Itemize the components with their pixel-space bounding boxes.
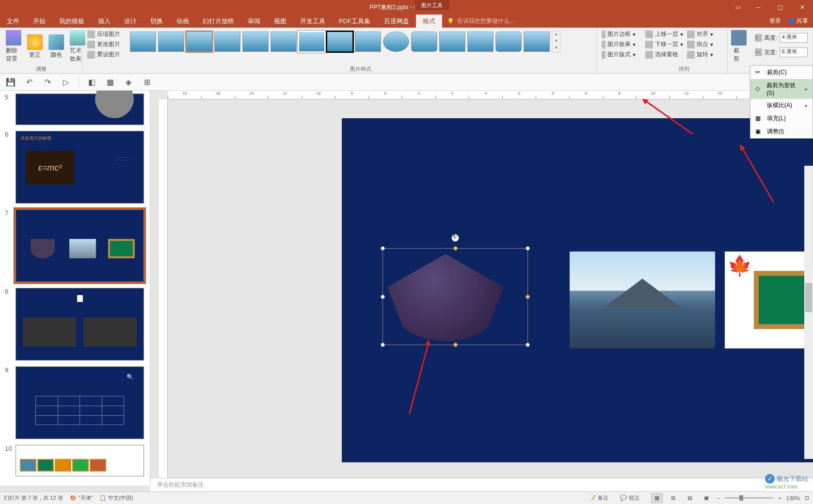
tab-design[interactable]: 设计: [117, 15, 143, 28]
height-field[interactable]: ↕高度: 4 厘米: [753, 32, 810, 44]
resize-handle[interactable]: [453, 343, 458, 347]
remove-background-button[interactable]: 删除背景: [3, 29, 24, 64]
start-from-beginning-button[interactable]: ▷: [60, 76, 72, 88]
compress-pictures-button[interactable]: 压缩图片: [85, 29, 122, 39]
group-button[interactable]: 组合 ▾: [685, 39, 715, 49]
crop-menu-crop[interactable]: ✂裁剪(C): [750, 66, 813, 79]
tab-review[interactable]: 审阅: [241, 15, 267, 28]
comments-toggle-button[interactable]: 💬 批注: [620, 494, 639, 502]
align-button[interactable]: 对齐 ▾: [685, 29, 715, 39]
minimize-button[interactable]: ─: [748, 0, 769, 15]
slideshow-view-button[interactable]: ▣: [701, 493, 712, 503]
maximize-button[interactable]: ▢: [769, 0, 791, 15]
tab-format[interactable]: 格式: [416, 15, 442, 28]
picture-style-4[interactable]: [214, 32, 240, 52]
picture-effects-button[interactable]: 图片效果 ▾: [600, 39, 638, 49]
slide-thumb-9[interactable]: 9 🔍: [0, 363, 150, 442]
tab-developer[interactable]: 开发工具: [293, 15, 332, 28]
redo-button[interactable]: ↷: [42, 76, 53, 88]
normal-view-button[interactable]: ▦: [651, 493, 663, 503]
crop-menu-crop-to-shape[interactable]: ◇裁剪为形状(S)▸: [750, 79, 813, 99]
rotate-handle-icon[interactable]: [451, 234, 459, 242]
slide-thumb-5[interactable]: 5: [0, 91, 150, 128]
picture-style-6[interactable]: [271, 32, 297, 52]
zoom-slider[interactable]: [725, 497, 773, 499]
image-mountain[interactable]: [570, 252, 715, 348]
qat-button-1[interactable]: ◧: [86, 76, 97, 88]
slide-thumb-10[interactable]: 10: [0, 442, 150, 479]
vertical-scrollbar[interactable]: [804, 166, 813, 459]
picture-style-8[interactable]: [327, 32, 353, 52]
ribbon-display-options-icon[interactable]: ▭: [728, 0, 748, 15]
crop-menu-fill[interactable]: ▦填充(L): [750, 112, 813, 125]
slide-thumbnail-panel[interactable]: 5 6 此处照片的标题 ε=mc² · · · · · · · · ·· · ·…: [0, 91, 150, 486]
tab-baidu-netdisk[interactable]: 百度网盘: [377, 15, 416, 28]
resize-handle[interactable]: [381, 295, 385, 299]
undo-button[interactable]: ↶: [23, 76, 35, 88]
tab-my-templates[interactable]: 我的模板: [52, 15, 91, 28]
tab-view[interactable]: 视图: [267, 15, 293, 28]
fit-to-window-button[interactable]: ⊡: [805, 495, 809, 501]
image-chalkboard[interactable]: [725, 252, 813, 348]
zoom-out-button[interactable]: −: [717, 495, 720, 501]
slide-canvas[interactable]: [342, 118, 813, 462]
picture-style-13[interactable]: [467, 32, 494, 52]
resize-handle[interactable]: [526, 343, 530, 347]
picture-styles-gallery[interactable]: ▴▾▾: [128, 29, 593, 54]
bring-forward-button[interactable]: 上移一层 ▾: [643, 29, 685, 39]
notes-pane[interactable]: 单击此处添加备注: [150, 478, 813, 491]
picture-style-11[interactable]: [411, 32, 437, 52]
picture-style-3[interactable]: [186, 32, 212, 52]
crop-menu-fit[interactable]: ▣调整(I): [750, 125, 813, 138]
tab-pdf-tools[interactable]: PDF工具集: [332, 15, 377, 28]
picture-style-5[interactable]: [242, 32, 269, 52]
resize-handle[interactable]: [526, 246, 530, 251]
width-field[interactable]: ↔宽度: 6 厘米: [753, 47, 810, 58]
notes-toggle-button[interactable]: 📝 备注: [589, 494, 608, 502]
zoom-level[interactable]: 130%: [786, 495, 800, 501]
resize-handle[interactable]: [381, 246, 385, 251]
rotate-button[interactable]: 旋转 ▾: [685, 49, 715, 60]
tab-animations[interactable]: 动画: [170, 15, 196, 28]
picture-style-14[interactable]: [495, 32, 522, 52]
slide-thumb-6[interactable]: 6 此处照片的标题 ε=mc² · · · · · · · · ·· · · ·…: [0, 128, 150, 206]
picture-style-12[interactable]: [439, 32, 465, 52]
tab-home[interactable]: 开始: [26, 15, 52, 28]
slide-thumb-8[interactable]: 8: [0, 285, 150, 363]
picture-layout-button[interactable]: 图片版式 ▾: [600, 49, 638, 60]
picture-style-10[interactable]: [383, 32, 409, 52]
tab-file[interactable]: 文件: [0, 15, 26, 28]
reading-view-button[interactable]: ▤: [684, 493, 696, 503]
resize-handle[interactable]: [526, 295, 530, 299]
resize-handle[interactable]: [381, 343, 385, 347]
picture-style-2[interactable]: [158, 32, 184, 52]
gallery-scroll[interactable]: ▴▾▾: [552, 31, 560, 52]
selection-pane-button[interactable]: 选择窗格: [643, 49, 685, 60]
tell-me-search[interactable]: 💡告诉我您想要做什么...: [447, 17, 514, 25]
tab-transitions[interactable]: 切换: [143, 15, 170, 28]
picture-border-button[interactable]: 图片边框 ▾: [600, 29, 638, 39]
slide-canvas-area[interactable]: [150, 91, 813, 486]
picture-style-9[interactable]: [355, 32, 381, 52]
login-link[interactable]: 登录: [769, 17, 781, 25]
qat-button-2[interactable]: ▦: [104, 76, 116, 88]
send-backward-button[interactable]: 下移一层 ▾: [643, 39, 685, 49]
resize-handle[interactable]: [453, 246, 458, 251]
crop-menu-aspect-ratio[interactable]: 纵横比(A)▸: [750, 99, 813, 112]
share-button[interactable]: 👤 共享: [788, 17, 808, 25]
corrections-button[interactable]: 更正: [24, 29, 46, 64]
tab-insert[interactable]: 插入: [91, 15, 117, 28]
zoom-in-button[interactable]: +: [778, 495, 781, 501]
picture-style-7[interactable]: [299, 32, 325, 52]
change-picture-button[interactable]: 更改图片: [85, 39, 122, 49]
tab-slideshow[interactable]: 幻灯片放映: [196, 15, 241, 28]
crop-button[interactable]: 裁剪: [731, 29, 747, 64]
qat-button-3[interactable]: ◈: [123, 76, 134, 88]
picture-style-15[interactable]: [524, 32, 550, 52]
selection-box[interactable]: [383, 248, 528, 345]
slide-thumb-7[interactable]: 7: [0, 206, 150, 285]
language-status[interactable]: 📋 中文(中国): [99, 494, 133, 502]
qat-button-4[interactable]: ⊞: [141, 76, 153, 88]
reset-picture-button[interactable]: 重设图片: [85, 49, 122, 60]
close-button[interactable]: ✕: [791, 0, 813, 15]
